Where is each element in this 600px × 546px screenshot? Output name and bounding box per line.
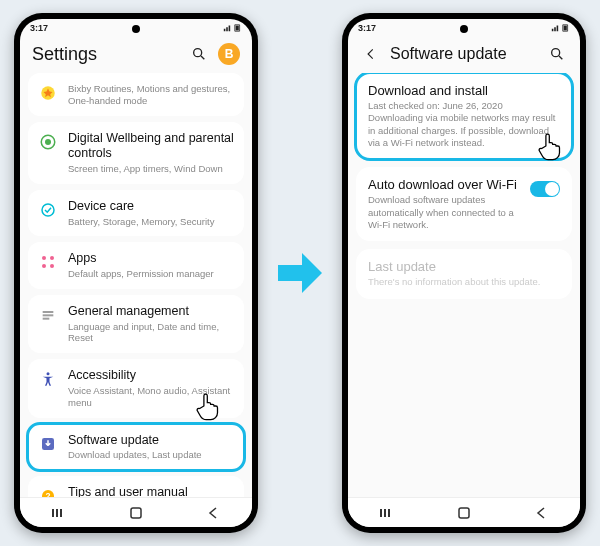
settings-item-label: Software update — [68, 433, 234, 449]
page-title: Software update — [390, 45, 538, 63]
update-content: Download and install Last checked on: Ju… — [348, 73, 580, 497]
update-header: Software update — [348, 37, 580, 73]
svg-point-8 — [42, 264, 46, 268]
svg-rect-26 — [380, 509, 382, 517]
settings-item-label: General management — [68, 304, 234, 320]
settings-item-accessibility[interactable]: Accessibility Voice Assistant, Mono audi… — [28, 359, 244, 417]
search-icon[interactable] — [546, 43, 568, 65]
svg-point-13 — [47, 373, 50, 376]
settings-item-device-care[interactable]: Device care Battery, Storage, Memory, Se… — [28, 190, 244, 237]
svg-point-25 — [552, 49, 560, 57]
settings-item-sub: Default apps, Permission manager — [68, 268, 234, 280]
back-icon[interactable] — [360, 43, 382, 65]
camera-hole — [460, 25, 468, 33]
home-button[interactable] — [452, 506, 476, 520]
settings-item-label: Apps — [68, 251, 234, 267]
svg-point-4 — [45, 139, 51, 145]
recents-button[interactable] — [375, 506, 399, 520]
general-icon — [38, 305, 58, 325]
home-button[interactable] — [124, 506, 148, 520]
settings-item-label: Bixby Routines, Motions and gestures, On… — [68, 83, 234, 107]
svg-rect-20 — [52, 509, 54, 517]
auto-download-wifi[interactable]: Auto download over Wi-Fi Download softwa… — [356, 167, 572, 241]
settings-item-advanced[interactable]: Bixby Routines, Motions and gestures, On… — [28, 73, 244, 116]
status-time: 3:17 — [358, 23, 376, 33]
settings-item-tips[interactable]: ? Tips and user manual Discover, Get mor… — [28, 476, 244, 497]
settings-item-wellbeing[interactable]: Digital Wellbeing and parental controls … — [28, 122, 244, 184]
back-button[interactable] — [529, 506, 553, 520]
auto-download-title: Auto download over Wi-Fi — [368, 177, 522, 192]
phone-right: 3:17 Software update Download and instal… — [342, 13, 586, 533]
settings-item-general[interactable]: General management Language and input, D… — [28, 295, 244, 353]
svg-point-5 — [42, 204, 54, 216]
wellbeing-icon — [38, 132, 58, 152]
svg-rect-0 — [236, 26, 239, 31]
settings-header: Settings B — [20, 37, 252, 73]
camera-hole — [132, 25, 140, 33]
search-icon[interactable] — [188, 43, 210, 65]
svg-point-6 — [42, 256, 46, 260]
settings-item-software-update[interactable]: Software update Download updates, Last u… — [28, 424, 244, 471]
svg-point-1 — [194, 49, 202, 57]
last-update: Last update There's no information about… — [356, 249, 572, 298]
svg-rect-12 — [43, 318, 50, 320]
settings-item-sub: Screen time, App timers, Wind Down — [68, 163, 234, 175]
device-care-icon — [38, 200, 58, 220]
accessibility-icon — [38, 369, 58, 389]
svg-rect-24 — [564, 26, 567, 31]
settings-item-sub: Language and input, Date and time, Reset — [68, 321, 234, 345]
nav-bar — [348, 497, 580, 527]
auto-download-toggle[interactable] — [530, 181, 560, 197]
svg-point-7 — [50, 256, 54, 260]
advanced-icon — [38, 83, 58, 103]
apps-icon — [38, 252, 58, 272]
screen-right: 3:17 Software update Download and instal… — [348, 19, 580, 527]
page-title: Settings — [32, 44, 180, 65]
status-time: 3:17 — [30, 23, 48, 33]
settings-item-apps[interactable]: Apps Default apps, Permission manager — [28, 242, 244, 289]
svg-rect-27 — [384, 509, 386, 517]
screen-left: 3:17 Settings B Bixby Routines, Motions … — [20, 19, 252, 527]
settings-list: Bixby Routines, Motions and gestures, On… — [20, 73, 252, 497]
svg-rect-28 — [388, 509, 390, 517]
settings-item-sub: Voice Assistant, Mono audio, Assistant m… — [68, 385, 234, 409]
software-update-icon — [38, 434, 58, 454]
arrow-right-icon — [276, 243, 324, 303]
auto-download-sub: Download software updates automatically … — [368, 194, 522, 231]
svg-rect-11 — [43, 314, 54, 316]
recents-button[interactable] — [47, 506, 71, 520]
profile-avatar[interactable]: B — [218, 43, 240, 65]
settings-item-sub: Battery, Storage, Memory, Security — [68, 216, 234, 228]
download-and-install[interactable]: Download and install Last checked on: Ju… — [356, 73, 572, 159]
phone-left: 3:17 Settings B Bixby Routines, Motions … — [14, 13, 258, 533]
status-icons — [223, 24, 242, 32]
download-sub: Last checked on: June 26, 2020 Downloadi… — [368, 100, 560, 149]
settings-item-sub: Download updates, Last update — [68, 449, 234, 461]
nav-bar — [20, 497, 252, 527]
svg-rect-21 — [56, 509, 58, 517]
svg-rect-23 — [131, 508, 141, 518]
last-update-title: Last update — [368, 259, 560, 274]
settings-item-label: Tips and user manual — [68, 485, 234, 497]
svg-rect-22 — [60, 509, 62, 517]
settings-item-label: Accessibility — [68, 368, 234, 384]
status-icons — [551, 24, 570, 32]
settings-item-label: Digital Wellbeing and parental controls — [68, 131, 234, 162]
back-button[interactable] — [201, 506, 225, 520]
svg-point-9 — [50, 264, 54, 268]
tips-icon: ? — [38, 486, 58, 497]
settings-item-label: Device care — [68, 199, 234, 215]
last-update-sub: There's no information about this update… — [368, 276, 560, 288]
svg-rect-10 — [43, 311, 54, 313]
download-title: Download and install — [368, 83, 560, 98]
svg-rect-29 — [459, 508, 469, 518]
